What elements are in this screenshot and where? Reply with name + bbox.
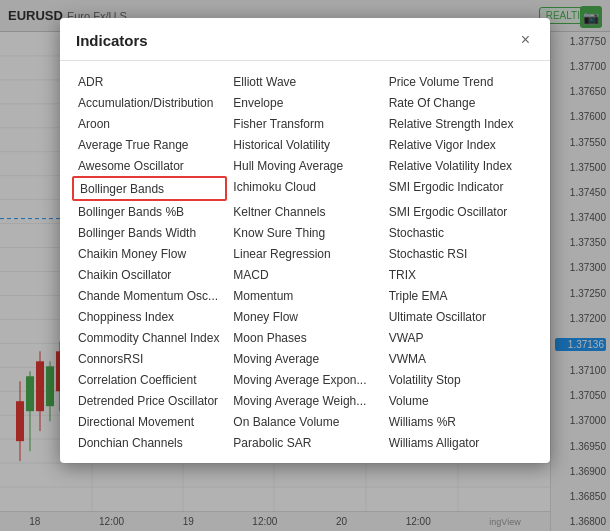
list-item[interactable]: Fisher Transform: [227, 113, 382, 134]
modal-title: Indicators: [76, 32, 148, 49]
list-item[interactable]: VWMA: [383, 348, 538, 369]
modal-close-button[interactable]: ×: [517, 30, 534, 50]
list-item[interactable]: Awesome Oscillator: [72, 155, 227, 176]
list-item[interactable]: Moving Average Weigh...: [227, 390, 382, 411]
list-item[interactable]: Price Volume Trend: [383, 71, 538, 92]
list-item[interactable]: Average True Range: [72, 134, 227, 155]
list-item[interactable]: Accumulation/Distribution: [72, 92, 227, 113]
list-item[interactable]: Relative Vigor Index: [383, 134, 538, 155]
list-item[interactable]: Hull Moving Average: [227, 155, 382, 176]
list-item[interactable]: Linear Regression: [227, 243, 382, 264]
list-item[interactable]: Moon Phases: [227, 327, 382, 348]
list-item[interactable]: Volume: [383, 390, 538, 411]
list-item[interactable]: Stochastic RSI: [383, 243, 538, 264]
list-item[interactable]: Keltner Channels: [227, 201, 382, 222]
list-item[interactable]: Elliott Wave: [227, 71, 382, 92]
list-item[interactable]: Historical Volatility: [227, 134, 382, 155]
list-item[interactable]: Donchian Channels: [72, 432, 227, 453]
modal-body[interactable]: ADR Elliott Wave Price Volume Trend Accu…: [60, 61, 550, 463]
list-item[interactable]: Bollinger Bands %B: [72, 201, 227, 222]
bollinger-bands-item[interactable]: Bollinger Bands: [72, 176, 227, 201]
list-item[interactable]: TRIX: [383, 264, 538, 285]
list-item[interactable]: Detrended Price Oscillator: [72, 390, 227, 411]
list-item[interactable]: Money Flow: [227, 306, 382, 327]
list-item[interactable]: Rate Of Change: [383, 92, 538, 113]
list-item[interactable]: Correlation Coefficient: [72, 369, 227, 390]
list-item[interactable]: Stochastic: [383, 222, 538, 243]
modal-header: Indicators ×: [60, 18, 550, 61]
list-item[interactable]: Parabolic SAR: [227, 432, 382, 453]
list-item[interactable]: Chaikin Money Flow: [72, 243, 227, 264]
indicators-grid: ADR Elliott Wave Price Volume Trend Accu…: [60, 67, 550, 457]
list-item[interactable]: Ichimoku Cloud: [227, 176, 382, 201]
indicators-modal: Indicators × ADR Elliott Wave Price Volu…: [60, 18, 550, 463]
list-item[interactable]: Commodity Channel Index: [72, 327, 227, 348]
list-item[interactable]: Williams Alligator: [383, 432, 538, 453]
list-item[interactable]: Momentum: [227, 285, 382, 306]
modal-overlay: Indicators × ADR Elliott Wave Price Volu…: [0, 0, 610, 531]
list-item[interactable]: Directional Movement: [72, 411, 227, 432]
list-item[interactable]: ConnorsRSI: [72, 348, 227, 369]
list-item[interactable]: Choppiness Index: [72, 306, 227, 327]
list-item[interactable]: On Balance Volume: [227, 411, 382, 432]
list-item[interactable]: Williams %R: [383, 411, 538, 432]
list-item[interactable]: MACD: [227, 264, 382, 285]
list-item[interactable]: Triple EMA: [383, 285, 538, 306]
list-item[interactable]: Relative Strength Index: [383, 113, 538, 134]
list-item[interactable]: SMI Ergodic Indicator: [383, 176, 538, 201]
list-item[interactable]: Chaikin Oscillator: [72, 264, 227, 285]
list-item[interactable]: Aroon: [72, 113, 227, 134]
list-item[interactable]: ADR: [72, 71, 227, 92]
list-item[interactable]: Chande Momentum Osc...: [72, 285, 227, 306]
list-item[interactable]: Bollinger Bands Width: [72, 222, 227, 243]
list-item[interactable]: Moving Average Expon...: [227, 369, 382, 390]
list-item[interactable]: VWAP: [383, 327, 538, 348]
list-item[interactable]: SMI Ergodic Oscillator: [383, 201, 538, 222]
list-item[interactable]: Know Sure Thing: [227, 222, 382, 243]
list-item[interactable]: Envelope: [227, 92, 382, 113]
list-item[interactable]: Relative Volatility Index: [383, 155, 538, 176]
list-item[interactable]: Moving Average: [227, 348, 382, 369]
list-item[interactable]: Volatility Stop: [383, 369, 538, 390]
list-item[interactable]: Ultimate Oscillator: [383, 306, 538, 327]
